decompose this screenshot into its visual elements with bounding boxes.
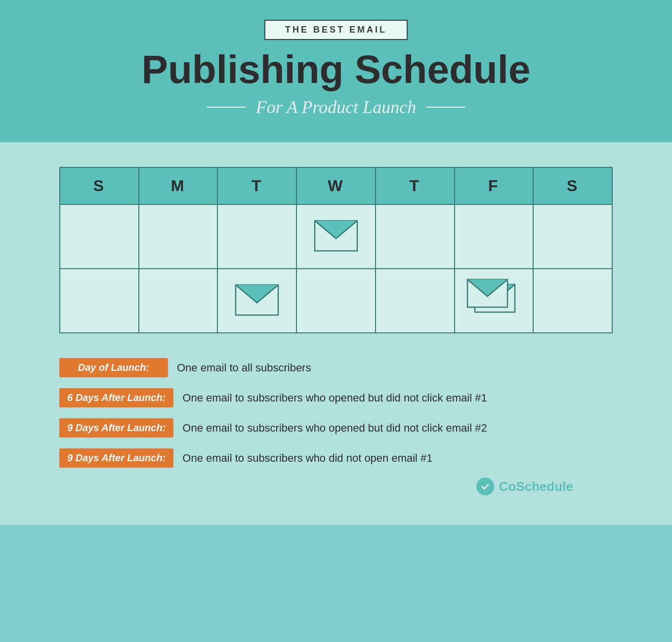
legend-desc-text-3: One email to subscribers who opened but … — [182, 422, 487, 434]
legend-item-1: Day of Launch: One email to all subscrib… — [59, 358, 613, 377]
cell-r1-c3 — [217, 204, 296, 269]
legend-label-text-1: Day of Launch: — [78, 362, 149, 373]
envelope-icon-single-2 — [235, 284, 279, 316]
main-title: Publishing Schedule — [0, 50, 672, 89]
legend-desc-4: One email to subscribers who did not ope… — [182, 452, 432, 465]
legend-item-4: 9 Days After Launch: One email to subscr… — [59, 448, 613, 468]
legend-desc-text-1: One email to all subscribers — [177, 361, 311, 374]
title-text: Publishing Schedule — [142, 47, 531, 91]
legend-section: Day of Launch: One email to all subscrib… — [59, 358, 613, 468]
legend-label-3: 9 Days After Launch: — [59, 418, 173, 438]
cell-r2-c7 — [533, 269, 612, 333]
branding-name-text: CoSchedule — [499, 479, 573, 494]
day-wed: W — [296, 167, 376, 204]
legend-desc-text-2: One email to subscribers who opened but … — [182, 392, 487, 404]
branding-section: CoSchedule — [59, 468, 613, 495]
day-thu: T — [376, 167, 455, 204]
day-sun: S — [60, 167, 139, 204]
legend-label-text-3: 9 Days After Launch: — [67, 422, 166, 433]
legend-item-2: 6 Days After Launch: One email to subscr… — [59, 388, 613, 407]
day-mon: M — [139, 167, 218, 204]
day-tue: T — [217, 167, 296, 204]
cell-r1-c6 — [455, 204, 534, 269]
legend-desc-2: One email to subscribers who opened but … — [182, 392, 487, 404]
right-divider — [426, 107, 465, 108]
calendar-header: S M T W T F S — [60, 167, 612, 204]
legend-label-4: 9 Days After Launch: — [59, 448, 173, 468]
table-row — [60, 204, 612, 269]
legend-label-1: Day of Launch: — [59, 358, 168, 377]
cell-r2-c2 — [139, 269, 218, 333]
cell-r2-c3-email — [217, 269, 296, 333]
cell-r1-c4-email — [296, 204, 376, 269]
day-fri: F — [455, 167, 534, 204]
main-content: S M T W T F S — [0, 142, 672, 525]
cell-r2-c6-email — [455, 269, 534, 333]
coschedule-icon — [476, 478, 494, 495]
cell-r2-c4 — [296, 269, 376, 333]
left-divider — [207, 107, 246, 108]
calendar-container: S M T W T F S — [59, 167, 613, 333]
cell-r2-c1 — [60, 269, 139, 333]
header-badge: THE BEST EMAIL — [264, 20, 408, 40]
legend-desc-3: One email to subscribers who opened but … — [182, 422, 487, 435]
cell-r1-c5 — [376, 204, 455, 269]
cell-r1-c2 — [139, 204, 218, 269]
legend-label-text-4: 9 Days After Launch: — [67, 452, 166, 463]
checkmark-icon — [480, 481, 491, 492]
legend-item-3: 9 Days After Launch: One email to subscr… — [59, 418, 613, 438]
calendar-body — [60, 204, 612, 333]
branding-name: CoSchedule — [499, 479, 573, 494]
day-sat: S — [533, 167, 612, 204]
table-row — [60, 269, 612, 333]
subtitle-row: For A Product Launch — [0, 97, 672, 118]
header-section: THE BEST EMAIL Publishing Schedule For A… — [0, 0, 672, 142]
cell-r1-c1 — [60, 204, 139, 269]
legend-label-text-2: 6 Days After Launch: — [67, 392, 166, 403]
cell-r1-c7 — [533, 204, 612, 269]
subtitle-text: For A Product Launch — [256, 97, 416, 118]
cell-r2-c5 — [376, 269, 455, 333]
svg-point-4 — [480, 481, 491, 492]
envelope-double-container — [466, 279, 521, 323]
header-row: S M T W T F S — [60, 167, 612, 204]
legend-desc-text-4: One email to subscribers who did not ope… — [182, 452, 432, 464]
legend-label-2: 6 Days After Launch: — [59, 388, 173, 407]
calendar-table: S M T W T F S — [59, 167, 613, 333]
badge-text: THE BEST EMAIL — [285, 25, 387, 35]
envelope-icon-front — [466, 279, 508, 308]
subtitle-content: For A Product Launch — [256, 97, 416, 117]
envelope-icon-single — [314, 220, 358, 252]
legend-desc-1: One email to all subscribers — [177, 361, 311, 374]
